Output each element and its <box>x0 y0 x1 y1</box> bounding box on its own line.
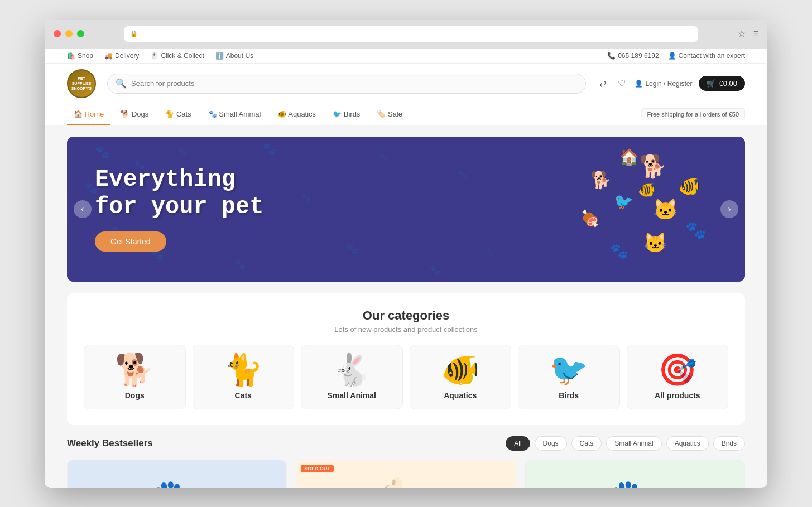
all-products-emoji: 🎯 <box>632 354 724 385</box>
sold-out-badge: SOLD OUT <box>301 465 334 472</box>
traffic-light-yellow[interactable] <box>65 30 73 37</box>
hero-content: Everything for your pet Get Started 🐕 🐠 … <box>67 137 745 282</box>
filter-all[interactable]: All <box>506 436 530 451</box>
hero-cta-button[interactable]: Get Started <box>95 231 166 252</box>
category-aquatics[interactable]: 🐠 Aquatics <box>410 345 512 409</box>
nav-cats[interactable]: 🐈 Cats <box>158 104 198 125</box>
traffic-light-green[interactable] <box>77 30 84 37</box>
bestsellers-section: Weekly Bestsellers All Dogs Cats Small A… <box>67 436 745 488</box>
categories-title: Our categories <box>84 308 728 323</box>
filter-dogs[interactable]: Dogs <box>535 436 567 451</box>
topbar-shop[interactable]: 🛍️ Shop <box>67 52 93 60</box>
product-card-2[interactable]: SOLD OUT 🦴 <box>296 460 516 488</box>
topbar-click-collect[interactable]: 🖱️ Click & Collect <box>150 52 204 60</box>
nav-small-animal[interactable]: 🐾 Small Animal <box>201 104 268 125</box>
search-bar[interactable]: 🔍 <box>107 74 586 94</box>
main-header: PET SUPPLIESSNOOPY'S 🔍 ⇄ ♡ 👤 Login / Reg… <box>45 64 767 104</box>
product-image-2: SOLD OUT 🦴 <box>296 460 515 488</box>
topbar-about[interactable]: ℹ️ About Us <box>215 52 253 60</box>
phone-icon: 📞 <box>607 52 616 60</box>
birds-emoji: 🐦 <box>523 354 615 385</box>
browser-titlebar: 🔒 ☆ ≡ <box>45 20 767 49</box>
product-image-1: 🐾 <box>68 460 286 488</box>
hero-animals: 🐕 🐠 🏠 🐱 🐾 🐦 🐱 🐾 🐕 🍖 🐠 <box>544 137 723 282</box>
cart-icon: 🛒 <box>707 79 715 88</box>
free-shipping-notice: Free shipping for all orders of €50 <box>641 108 745 120</box>
nav-sale[interactable]: 🏷️ Sale <box>370 104 409 125</box>
filter-small-animal[interactable]: Small Animal <box>606 436 661 451</box>
header-actions: ⇄ ♡ 👤 Login / Register 🛒 €0.00 <box>597 76 745 91</box>
top-bar-left: 🛍️ Shop 🚚 Delivery 🖱️ Click & Collect ℹ️… <box>67 52 253 60</box>
star-icon[interactable]: ☆ <box>738 28 746 39</box>
search-input[interactable] <box>131 79 578 88</box>
bestsellers-title: Weekly Bestsellers <box>67 438 153 449</box>
categories-grid: 🐕 Dogs 🐈 Cats 🐇 Small Animal 🐠 Aquatics … <box>84 345 728 409</box>
filter-cats[interactable]: Cats <box>571 436 602 451</box>
nav-links: 🏠 Home 🐕 Dogs 🐈 Cats 🐾 Small Animal 🐠 Aq… <box>67 104 409 125</box>
logo: PET SUPPLIESSNOOPY'S <box>67 69 96 98</box>
nav-home[interactable]: 🏠 Home <box>67 104 110 125</box>
all-products-label: All products <box>632 391 724 400</box>
click-collect-icon: 🖱️ <box>150 52 158 60</box>
top-bar-right: 📞 065 189 6192 👤 Contact with an expert <box>607 52 745 60</box>
cats-label: Cats <box>198 391 290 400</box>
lock-icon: 🔒 <box>130 30 138 37</box>
search-icon: 🔍 <box>116 78 127 89</box>
dogs-label: Dogs <box>89 391 181 400</box>
traffic-light-red[interactable] <box>54 30 61 37</box>
topbar-contact-expert[interactable]: 👤 Contact with an expert <box>668 52 745 60</box>
product-image-3: 🐾 <box>526 460 744 488</box>
categories-subtitle: Lots of new products and product collect… <box>84 325 728 334</box>
login-button[interactable]: 👤 Login / Register <box>635 80 692 88</box>
hero-prev-button[interactable]: ‹ <box>74 200 92 218</box>
traffic-lights <box>54 30 84 37</box>
aquatics-label: Aquatics <box>415 391 507 400</box>
nav-dogs[interactable]: 🐕 Dogs <box>114 104 155 125</box>
small-animal-label: Small Animal <box>306 391 398 400</box>
person-icon: 👤 <box>668 52 676 60</box>
section-header: Our categories Lots of new products and … <box>84 308 728 334</box>
address-bar[interactable]: 🔒 <box>124 26 698 42</box>
browser-content: 🛍️ Shop 🚚 Delivery 🖱️ Click & Collect ℹ️… <box>45 49 767 488</box>
filter-tabs: All Dogs Cats Small Animal Aquatics Bird… <box>506 436 745 451</box>
birds-label: Birds <box>523 391 615 400</box>
logo-area[interactable]: PET SUPPLIESSNOOPY'S <box>67 69 96 98</box>
small-animal-emoji: 🐇 <box>306 354 398 385</box>
topbar-phone[interactable]: 📞 065 189 6192 <box>607 52 659 60</box>
hero-banner: 🐾 🐾 🐾 🐾 🐾 🐾 🐾 🐾 🐾 🐾 🐾 🐾 🐾 🐾 <box>67 137 745 282</box>
category-small-animal[interactable]: 🐇 Small Animal <box>301 345 403 409</box>
shop-icon: 🛍️ <box>67 52 75 60</box>
browser-actions: ☆ ≡ <box>738 28 758 39</box>
aquatics-emoji: 🐠 <box>415 354 507 385</box>
categories-section: Our categories Lots of new products and … <box>67 293 745 425</box>
category-all-products[interactable]: 🎯 All products <box>627 345 729 409</box>
category-dogs[interactable]: 🐕 Dogs <box>84 345 186 409</box>
products-grid: 🐾 SOLD OUT 🦴 🐾 <box>67 460 745 488</box>
wishlist-button[interactable]: ♡ <box>616 76 628 91</box>
cats-emoji: 🐈 <box>198 354 290 385</box>
browser-window: 🔒 ☆ ≡ 🛍️ Shop 🚚 Delivery 🖱️ Click & <box>45 20 767 488</box>
product-card-1[interactable]: 🐾 <box>67 460 287 488</box>
category-birds[interactable]: 🐦 Birds <box>518 345 620 409</box>
menu-icon[interactable]: ≡ <box>753 28 758 39</box>
cart-button[interactable]: 🛒 €0.00 <box>699 76 745 91</box>
topbar-delivery[interactable]: 🚚 Delivery <box>104 52 139 60</box>
category-cats[interactable]: 🐈 Cats <box>193 345 295 409</box>
dogs-emoji: 🐕 <box>89 354 181 385</box>
nav-birds[interactable]: 🐦 Birds <box>326 104 367 125</box>
about-icon: ℹ️ <box>215 52 224 60</box>
top-bar: 🛍️ Shop 🚚 Delivery 🖱️ Click & Collect ℹ️… <box>45 49 767 64</box>
delivery-icon: 🚚 <box>104 52 113 60</box>
filter-aquatics[interactable]: Aquatics <box>666 436 709 451</box>
filter-birds[interactable]: Birds <box>713 436 745 451</box>
product-card-3[interactable]: 🐾 <box>525 460 745 488</box>
hero-next-button[interactable]: › <box>720 200 738 218</box>
nav-aquatics[interactable]: 🐠 Aquatics <box>271 104 323 125</box>
bestsellers-header: Weekly Bestsellers All Dogs Cats Small A… <box>67 436 745 451</box>
user-icon: 👤 <box>635 80 643 88</box>
nav-bar: 🏠 Home 🐕 Dogs 🐈 Cats 🐾 Small Animal 🐠 Aq… <box>45 104 767 125</box>
shuffle-button[interactable]: ⇄ <box>597 76 609 91</box>
